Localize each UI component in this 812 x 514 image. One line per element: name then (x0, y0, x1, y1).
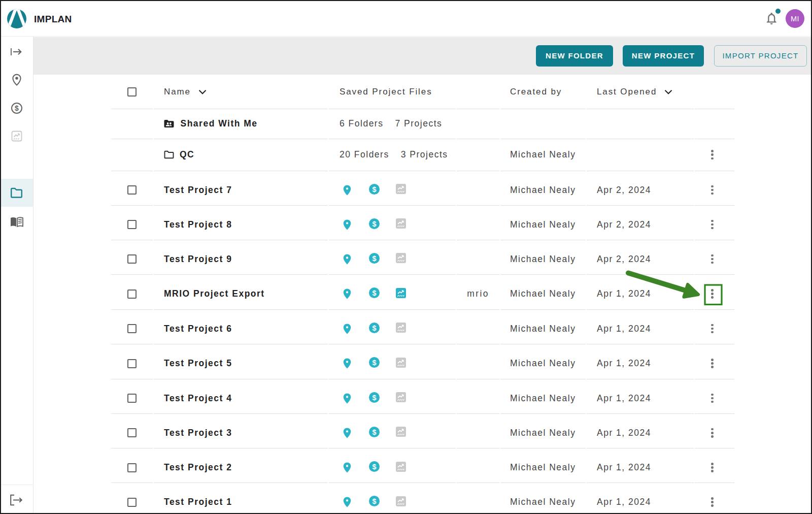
svg-text:$: $ (372, 219, 376, 228)
svg-text:$: $ (372, 428, 376, 436)
svg-text:$: $ (372, 393, 376, 401)
svg-text:$: $ (372, 289, 376, 297)
svg-text:$: $ (372, 254, 376, 262)
svg-text:$: $ (372, 185, 376, 193)
svg-text:$: $ (372, 359, 376, 367)
svg-text:$: $ (372, 497, 376, 505)
svg-text:$: $ (15, 104, 19, 112)
svg-text:$: $ (372, 463, 376, 471)
svg-text:$: $ (372, 324, 376, 332)
